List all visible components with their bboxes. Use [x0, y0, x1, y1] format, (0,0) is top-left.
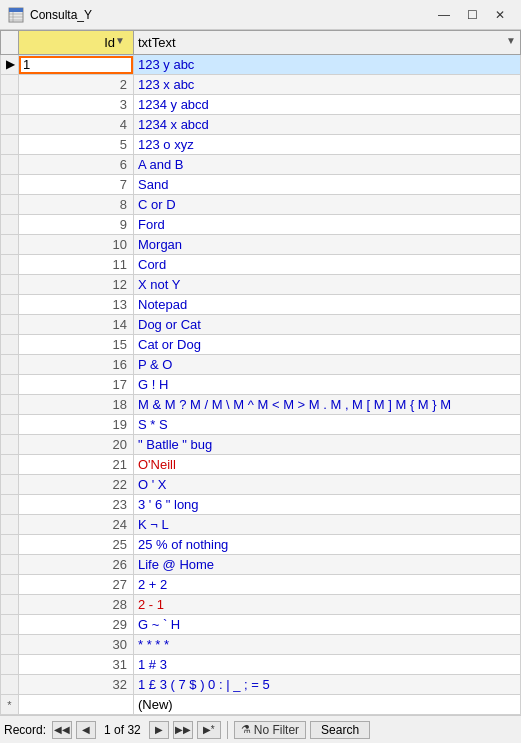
table-row[interactable]: 22O ' X [1, 475, 521, 495]
table-row[interactable]: 29G ~ ` H [1, 615, 521, 635]
filter-button[interactable]: ⚗ No Filter [234, 721, 306, 739]
column-header-txttext[interactable]: txtText ▼ [134, 31, 521, 55]
table-row[interactable]: 9Ford [1, 215, 521, 235]
table-row[interactable]: 272 + 2 [1, 575, 521, 595]
cell-txttext: Cat or Dog [134, 335, 521, 355]
row-indicator [1, 495, 19, 515]
table-container[interactable]: Id ▼ txtText ▼ ▶123 y abc2123 x abc31234… [0, 30, 521, 715]
cell-txttext: Life @ Home [134, 555, 521, 575]
cell-id: 4 [19, 115, 134, 135]
table-row[interactable]: 31234 y abcd [1, 95, 521, 115]
row-indicator [1, 95, 19, 115]
table-row[interactable]: 5123 o xyz [1, 135, 521, 155]
cell-id: 16 [19, 355, 134, 375]
cell-id: 15 [19, 335, 134, 355]
table-row[interactable]: 282 - 1 [1, 595, 521, 615]
cell-txttext: Notepad [134, 295, 521, 315]
row-indicator [1, 615, 19, 635]
column-header-id[interactable]: Id ▼ [19, 31, 134, 55]
cell-txttext: 25 % of nothing [134, 535, 521, 555]
table-row[interactable]: 6A and B [1, 155, 521, 175]
new-row[interactable]: *(New) [1, 695, 521, 715]
table-row[interactable]: 233 ' 6 " long [1, 495, 521, 515]
table-row[interactable]: 26Life @ Home [1, 555, 521, 575]
cell-id: 7 [19, 175, 134, 195]
cell-id [19, 55, 134, 75]
cell-txttext: 123 x abc [134, 75, 521, 95]
table-row[interactable]: ▶123 y abc [1, 55, 521, 75]
search-button[interactable]: Search [310, 721, 370, 739]
cell-txttext: A and B [134, 155, 521, 175]
cell-txttext: M & M ? M / M \ M ^ M < M > M . M , M [ … [134, 395, 521, 415]
cell-txttext: 2 - 1 [134, 595, 521, 615]
table-row[interactable]: 2123 x abc [1, 75, 521, 95]
table-row[interactable]: 41234 x abcd [1, 115, 521, 135]
cell-id: 10 [19, 235, 134, 255]
row-indicator: ▶ [1, 55, 19, 75]
cell-id: 14 [19, 315, 134, 335]
maximize-button[interactable]: ☐ [459, 5, 485, 25]
table-row[interactable]: 11Cord [1, 255, 521, 275]
new-row-indicator: * [1, 695, 19, 715]
window-title: Consulta_Y [30, 8, 431, 22]
svg-rect-1 [9, 8, 23, 12]
cell-txttext: C or D [134, 195, 521, 215]
table-row[interactable]: 16P & O [1, 355, 521, 375]
row-indicator [1, 575, 19, 595]
cell-id: 29 [19, 615, 134, 635]
cell-txttext: G ! H [134, 375, 521, 395]
cell-txttext: G ~ ` H [134, 615, 521, 635]
row-indicator [1, 135, 19, 155]
cell-id: 25 [19, 535, 134, 555]
cell-id: 21 [19, 455, 134, 475]
cell-id: 13 [19, 295, 134, 315]
nav-next-button[interactable]: ▶ [149, 721, 169, 739]
table-row[interactable]: 311 # 3 [1, 655, 521, 675]
row-indicator [1, 435, 19, 455]
cell-id: 22 [19, 475, 134, 495]
row-indicator [1, 335, 19, 355]
cell-txttext: O'Neill [134, 455, 521, 475]
nav-prev-button[interactable]: ◀ [76, 721, 96, 739]
table-row[interactable]: 321 £ 3 ( 7 $ ) 0 : | _ ; = 5 [1, 675, 521, 695]
title-bar: Consulta_Y — ☐ ✕ [0, 0, 521, 30]
record-label: Record: [4, 723, 46, 737]
table-row[interactable]: 20" Batlle " bug [1, 435, 521, 455]
table-row[interactable]: 19S * S [1, 415, 521, 435]
table-row[interactable]: 24K ¬ L [1, 515, 521, 535]
table-row[interactable]: 18M & M ? M / M \ M ^ M < M > M . M , M … [1, 395, 521, 415]
table-row[interactable]: 7Sand [1, 175, 521, 195]
table-row[interactable]: 15Cat or Dog [1, 335, 521, 355]
cell-txttext: O ' X [134, 475, 521, 495]
cell-txttext: Sand [134, 175, 521, 195]
table-row[interactable]: 30* * * * [1, 635, 521, 655]
nav-first-button[interactable]: ◀◀ [52, 721, 72, 739]
cell-txttext: 2 + 2 [134, 575, 521, 595]
row-indicator [1, 195, 19, 215]
row-indicator [1, 275, 19, 295]
row-indicator [1, 395, 19, 415]
row-indicator [1, 75, 19, 95]
table-row[interactable]: 2525 % of nothing [1, 535, 521, 555]
cell-id: 18 [19, 395, 134, 415]
table-row[interactable]: 17G ! H [1, 375, 521, 395]
table-row[interactable]: 8C or D [1, 195, 521, 215]
cell-txttext: K ¬ L [134, 515, 521, 535]
cell-id: 27 [19, 575, 134, 595]
minimize-button[interactable]: — [431, 5, 457, 25]
table-row[interactable]: 12X not Y [1, 275, 521, 295]
cell-txttext: * * * * [134, 635, 521, 655]
cell-id: 23 [19, 495, 134, 515]
id-edit-input[interactable] [19, 56, 133, 74]
cell-txttext: Cord [134, 255, 521, 275]
nav-last-button[interactable]: ▶▶ [173, 721, 193, 739]
row-indicator [1, 455, 19, 475]
close-button[interactable]: ✕ [487, 5, 513, 25]
table-row[interactable]: 13Notepad [1, 295, 521, 315]
row-indicator [1, 235, 19, 255]
row-indicator [1, 415, 19, 435]
table-row[interactable]: 14Dog or Cat [1, 315, 521, 335]
table-row[interactable]: 10Morgan [1, 235, 521, 255]
nav-new-button[interactable]: ▶* [197, 721, 221, 739]
table-row[interactable]: 21O'Neill [1, 455, 521, 475]
